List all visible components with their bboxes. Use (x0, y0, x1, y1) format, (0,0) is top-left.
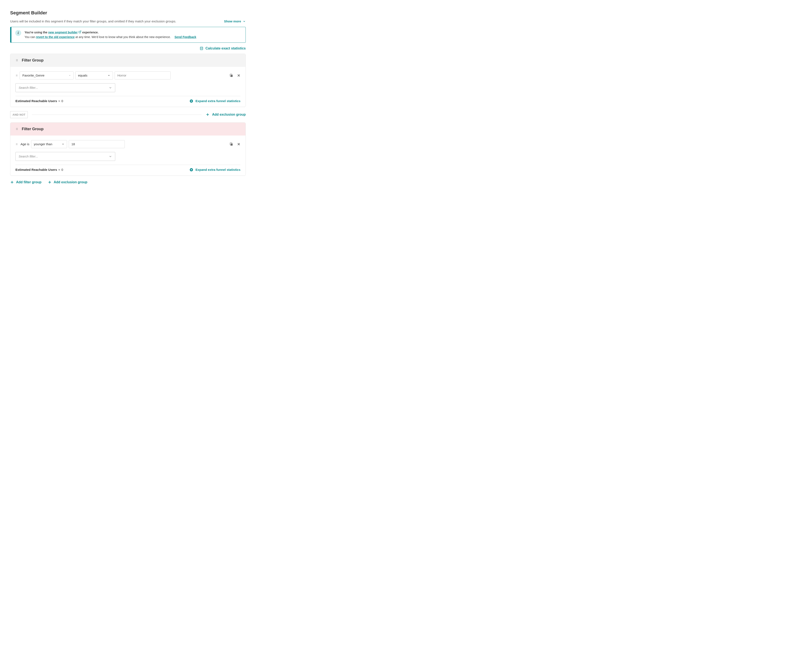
filter-group-card: Filter Group Favorite_Genre equals Horro… (10, 54, 246, 107)
info-icon: i (15, 30, 21, 36)
show-more-label: Show more (224, 20, 241, 23)
filter-prefix-label: Age is (21, 142, 29, 146)
svg-point-33 (16, 130, 17, 130)
chevron-down-icon (109, 86, 112, 90)
duplicate-icon[interactable] (230, 73, 233, 77)
revert-link[interactable]: revert to the old experience (36, 35, 75, 39)
value-input[interactable]: 18 (69, 140, 125, 148)
search-filter-input[interactable]: Search filter... (15, 152, 115, 161)
value-text: 18 (72, 142, 75, 146)
svg-point-15 (16, 75, 16, 76)
new-segment-builder-link[interactable]: new segment builder (48, 31, 78, 34)
svg-line-0 (80, 31, 81, 32)
drag-handle-icon[interactable] (15, 59, 18, 62)
andnot-divider: AND NOT Add exclusion group (10, 111, 246, 118)
caret-down-icon (108, 74, 110, 77)
description-text: Users will be included in this segment i… (10, 20, 176, 23)
add-exclusion-group-side-button[interactable]: Add exclusion group (206, 113, 246, 117)
group-header: Filter Group (10, 54, 246, 67)
group-title: Filter Group (22, 58, 44, 63)
chevron-down-icon (109, 155, 112, 158)
expand-label: Expand extra funnel statistics (196, 99, 240, 103)
close-icon[interactable] (237, 143, 240, 146)
caret-down-icon (69, 75, 71, 76)
expand-funnel-button[interactable]: Expand extra funnel statistics (189, 99, 240, 103)
svg-point-35 (16, 143, 16, 144)
andnot-chip: AND NOT (10, 111, 28, 118)
estimated-users: Estimated Reachable Users ≈ 0 (15, 99, 63, 103)
svg-rect-21 (231, 75, 233, 77)
search-placeholder: Search filter... (19, 86, 38, 90)
bottom-actions: Add filter group Add exclusion group (10, 180, 246, 184)
info-line1-suffix: experience. (82, 31, 99, 34)
value-placeholder: Horror (117, 73, 126, 77)
info-line2-prefix: You can (24, 35, 36, 39)
calculate-statistics-button[interactable]: Calculate exact statistics (200, 47, 246, 50)
operator-value: younger than (34, 142, 52, 146)
show-more-button[interactable]: Show more (224, 20, 246, 23)
calculator-icon (200, 47, 204, 50)
info-line2-suffix: at any time. We'd love to know what you … (75, 35, 171, 39)
info-banner: i You're using the new segment builder e… (10, 27, 246, 43)
estimated-users: Estimated Reachable Users ≈ 0 (15, 168, 63, 171)
operator-select[interactable]: younger than (31, 140, 67, 148)
add-exclusion-group-button[interactable]: Add exclusion group (48, 180, 87, 184)
svg-point-29 (16, 128, 17, 129)
add-filter-group-label: Add filter group (16, 180, 41, 184)
plus-icon (48, 180, 52, 184)
close-icon[interactable] (237, 74, 240, 77)
duplicate-icon[interactable] (230, 142, 233, 146)
svg-point-17 (16, 76, 16, 76)
svg-rect-42 (231, 143, 233, 146)
svg-point-11 (16, 61, 17, 61)
plus-circle-icon (189, 99, 193, 103)
svg-point-36 (17, 143, 17, 144)
svg-point-37 (16, 144, 16, 144)
external-link-icon (78, 31, 82, 33)
info-body: You're using the new segment builder exp… (24, 30, 196, 39)
svg-point-14 (17, 75, 17, 75)
plus-icon (10, 180, 14, 184)
operator-value: equals (78, 73, 87, 77)
drag-handle-icon[interactable] (15, 74, 18, 77)
operator-select[interactable]: equals (75, 72, 113, 80)
drag-handle-icon[interactable] (15, 143, 18, 145)
add-exclusion-group-label: Add exclusion group (54, 180, 87, 184)
caret-down-icon (62, 143, 64, 145)
attribute-value: Favorite_Genre (23, 73, 44, 77)
description-row: Users will be included in this segment i… (10, 20, 246, 23)
search-placeholder: Search filter... (19, 155, 38, 158)
calculate-label: Calculate exact statistics (205, 47, 246, 50)
page-title: Segment Builder (10, 10, 246, 16)
svg-marker-19 (69, 75, 70, 76)
svg-point-30 (17, 128, 18, 129)
add-filter-group-button[interactable]: Add filter group (10, 180, 41, 184)
attribute-select[interactable]: Favorite_Genre (20, 72, 73, 80)
drag-handle-icon[interactable] (15, 127, 18, 130)
svg-point-9 (16, 60, 17, 60)
svg-marker-20 (108, 75, 109, 76)
plus-circle-icon (189, 168, 193, 172)
svg-marker-41 (62, 144, 64, 145)
svg-point-32 (17, 129, 18, 129)
svg-point-8 (17, 59, 18, 60)
group-title: Filter Group (22, 127, 44, 131)
group-header: Filter Group (10, 123, 246, 135)
expand-label: Expand extra funnel statistics (196, 168, 240, 171)
value-input[interactable]: Horror (115, 72, 171, 80)
svg-rect-1 (200, 47, 203, 50)
expand-funnel-button[interactable]: Expand extra funnel statistics (189, 168, 240, 172)
filter-row: Favorite_Genre equals Horror (15, 72, 240, 80)
svg-point-10 (17, 60, 18, 60)
plus-icon (206, 113, 210, 117)
search-filter-input[interactable]: Search filter... (15, 83, 115, 92)
svg-point-39 (16, 145, 16, 145)
svg-point-7 (16, 59, 17, 60)
svg-point-16 (17, 75, 17, 76)
filter-row: Age is younger than 18 (15, 140, 240, 148)
send-feedback-link[interactable]: Send Feedback (174, 35, 196, 39)
svg-point-34 (17, 130, 18, 130)
svg-point-38 (17, 144, 17, 144)
exclusion-group-card: Filter Group Age is younger than 18 (10, 122, 246, 176)
add-exclusion-side-label: Add exclusion group (212, 113, 246, 117)
